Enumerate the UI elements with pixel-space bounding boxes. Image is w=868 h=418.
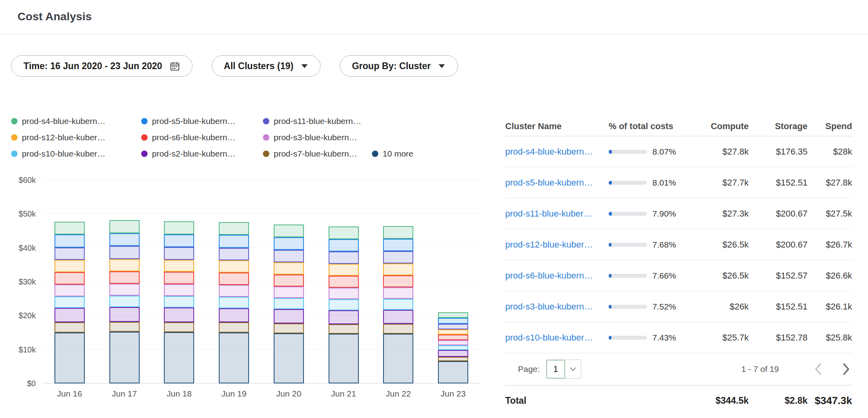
- cluster-link[interactable]: prod-s12-blue-kuber…: [505, 240, 609, 250]
- clusters-filter[interactable]: All Clusters (19): [212, 55, 321, 77]
- bar-jun-17[interactable]: [97, 180, 152, 383]
- total-label: Total: [505, 395, 609, 406]
- bar-jun-23[interactable]: [426, 180, 481, 383]
- bar-segment: [274, 275, 304, 286]
- pagination-bar: Page: 1 1 - 7 of 19: [505, 353, 852, 385]
- legend-item[interactable]: prod-s4-blue-kubern…: [11, 116, 141, 126]
- bar-jun-22[interactable]: [371, 180, 426, 383]
- legend-label: prod-s5-blue-kubern…: [152, 116, 235, 126]
- bar-jun-16[interactable]: [42, 180, 97, 383]
- bar-segment: [109, 271, 140, 284]
- x-tick-label: Jun 22: [371, 389, 426, 399]
- legend-item-more[interactable]: 10 more: [372, 149, 413, 159]
- bar-segment: [383, 263, 413, 275]
- chart-bars: [42, 180, 481, 383]
- legend-item[interactable]: prod-s3-blue-kubern…: [263, 133, 372, 142]
- column-header-cluster-name: Cluster Name: [505, 121, 609, 132]
- table-row[interactable]: prod-s11-blue-kuber… 7.90% $27.3k $200.6…: [505, 198, 852, 229]
- pct-bar-fill: [609, 274, 611, 278]
- bar-segment: [383, 334, 413, 383]
- compute-value: $26.5k: [706, 271, 749, 281]
- bar-segment: [54, 234, 85, 247]
- bar-segment: [54, 248, 85, 260]
- legend-label: prod-s2-blue-kubern…: [152, 149, 235, 159]
- bar-segment: [438, 318, 468, 324]
- legend-item[interactable]: prod-s7-blue-kubern…: [263, 149, 372, 159]
- storage-value: $152.78: [749, 333, 808, 343]
- legend-item[interactable]: prod-s6-blue-kubern…: [141, 133, 263, 142]
- chart-x-labels: Jun 16Jun 17Jun 18Jun 19Jun 20Jun 21Jun …: [42, 389, 481, 399]
- table-row[interactable]: prod-s12-blue-kuber… 7.68% $26.5k $200.6…: [505, 229, 852, 260]
- header-divider: [0, 34, 868, 35]
- legend-item[interactable]: prod-s2-blue-kubern…: [141, 149, 263, 159]
- bar-jun-21[interactable]: [316, 180, 371, 383]
- stacked-bar-chart: $0$10k$20k$30k$40k$50k$60k: [11, 180, 481, 383]
- bar-segment: [219, 273, 249, 285]
- legend-item[interactable]: prod-s10-blue-kuber…: [11, 149, 141, 159]
- table-row[interactable]: prod-s10-blue-kuber… 7.43% $25.7k $152.7…: [505, 322, 852, 353]
- bar-segment: [219, 248, 249, 261]
- bar-segment: [438, 350, 468, 356]
- bar-segment: [109, 332, 140, 383]
- legend-swatch: [141, 134, 148, 141]
- spend-value: $26.1k: [808, 302, 852, 312]
- cluster-link[interactable]: prod-s3-blue-kubern…: [505, 302, 609, 312]
- legend-label: 10 more: [383, 149, 413, 159]
- bar-segment: [54, 222, 85, 234]
- bar-jun-18[interactable]: [152, 180, 207, 383]
- cluster-link[interactable]: prod-s4-blue-kubern…: [505, 147, 609, 157]
- bar-segment: [329, 252, 359, 264]
- y-tick-label: $30k: [19, 277, 36, 286]
- bar-segment: [219, 297, 249, 308]
- bar-segment: [274, 298, 304, 309]
- page: Cost Analysis Time: 16 Jun 2020 - 23 Jun…: [0, 0, 868, 416]
- bar-segment: [164, 322, 194, 333]
- bar-segment: [274, 323, 304, 333]
- main-content: prod-s4-blue-kubern… prod-s5-blue-kubern…: [11, 116, 852, 416]
- bar-segment: [54, 333, 85, 383]
- pct-bar: [609, 150, 647, 154]
- table-row[interactable]: prod-s3-blue-kubern… 7.52% $26k $152.51 …: [505, 291, 852, 322]
- bar-segment: [54, 322, 85, 333]
- legend-swatch: [11, 151, 18, 157]
- page-select[interactable]: 1: [546, 360, 581, 379]
- y-tick-label: $20k: [19, 311, 36, 320]
- pct-bar: [609, 243, 647, 247]
- group-by-filter[interactable]: Group By: Cluster: [340, 55, 458, 77]
- compute-value: $27.8k: [706, 147, 749, 157]
- column-header-spend: Spend: [808, 121, 852, 132]
- table-total-row: Total $344.5k $2.8k $347.3k: [505, 385, 852, 416]
- pct-bar-fill: [609, 336, 611, 340]
- legend-item[interactable]: prod-s12-blue-kuber…: [11, 133, 141, 142]
- bar-segment: [54, 284, 85, 296]
- spend-value: $26.6k: [808, 271, 852, 281]
- bar-segment: [438, 335, 468, 340]
- cluster-link[interactable]: prod-s10-blue-kuber…: [505, 333, 609, 343]
- pct-bar: [609, 212, 647, 216]
- time-range-filter[interactable]: Time: 16 Jun 2020 - 23 Jun 2020: [11, 55, 193, 77]
- bar-segment: [164, 272, 194, 284]
- bar-segment: [109, 259, 140, 272]
- next-page-button[interactable]: [843, 363, 850, 375]
- legend-item[interactable]: prod-s5-blue-kubern…: [141, 116, 263, 126]
- table-row[interactable]: prod-s4-blue-kubern… 8.07% $27.8k $176.3…: [505, 136, 852, 167]
- pct-bar: [609, 336, 647, 340]
- bar-segment: [54, 272, 85, 284]
- table-row[interactable]: prod-s5-blue-kubern… 8.01% $27.7k $152.5…: [505, 167, 852, 198]
- bar-segment: [274, 224, 304, 237]
- table-row[interactable]: prod-s6-blue-kubern… 7.66% $26.5k $152.5…: [505, 260, 852, 291]
- bar-segment: [329, 310, 359, 324]
- x-tick-label: Jun 17: [97, 389, 152, 399]
- bar-segment: [383, 275, 413, 287]
- cluster-link[interactable]: prod-s11-blue-kuber…: [505, 209, 609, 219]
- legend-item[interactable]: prod-s11-blue-kubern…: [263, 116, 372, 126]
- cluster-link[interactable]: prod-s6-blue-kubern…: [505, 271, 609, 281]
- bar-segment: [383, 226, 413, 239]
- bar-segment: [329, 264, 359, 276]
- chevron-down-icon: [565, 360, 581, 378]
- bar-jun-19[interactable]: [206, 180, 261, 383]
- cluster-link[interactable]: prod-s5-blue-kubern…: [505, 178, 609, 188]
- previous-page-button[interactable]: [814, 363, 822, 375]
- storage-value: $152.51: [749, 178, 808, 188]
- bar-jun-20[interactable]: [261, 180, 316, 383]
